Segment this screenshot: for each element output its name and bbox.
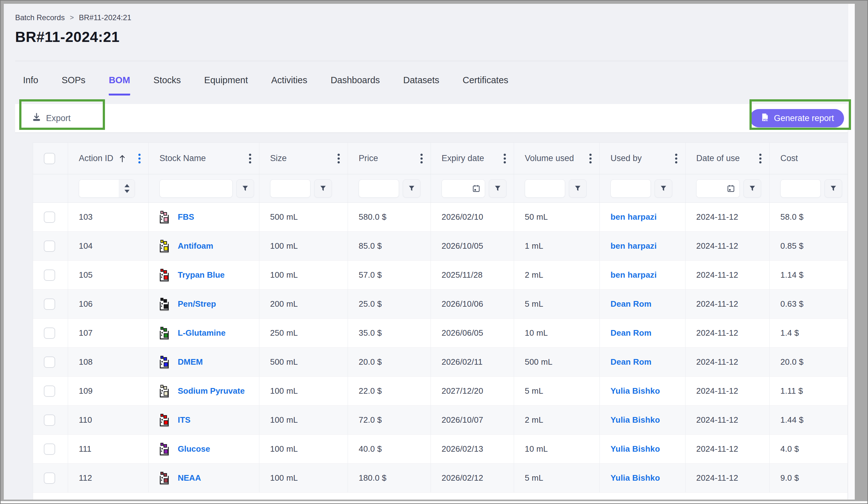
used-by-link[interactable]: ben harpazi [610,270,657,280]
column-menu-icon-action-id[interactable] [138,153,141,164]
used-by-link[interactable]: Dean Rom [610,299,651,309]
filter-input-expiry-date[interactable] [442,180,468,197]
row-checkbox[interactable] [44,414,55,426]
calendar-icon[interactable] [722,180,740,197]
filter-funnel-button-expiry-date[interactable] [489,179,506,198]
cell-stock-name: Glucose [149,435,259,463]
filter-funnel-button-price[interactable] [403,179,421,198]
row-checkbox[interactable] [44,240,55,252]
stock-name-link[interactable]: L-Glutamine [178,328,226,338]
vertical-scrollbar[interactable] [848,4,855,500]
row-checkbox[interactable] [44,298,55,310]
column-menu-icon-expiry-date[interactable] [503,153,506,164]
filter-cell-price [348,174,431,202]
used-by-link[interactable]: ben harpazi [610,241,657,251]
tab-info[interactable]: Info [23,75,38,95]
used-by-link[interactable]: Yulia Bishko [610,415,660,425]
filter-input-action-id[interactable] [79,180,119,197]
cell-volume-used: 5 mL [514,377,600,405]
tab-stocks[interactable]: Stocks [154,75,181,95]
used-by-link[interactable]: Yulia Bishko [610,473,660,483]
column-menu-icon-date-of-use[interactable] [759,153,762,164]
cell-cost: 1.4 $ [770,319,848,347]
column-header-stock-name[interactable]: Stock Name [149,143,259,174]
filter-input-used-by[interactable] [610,179,651,198]
column-menu-icon-volume-used[interactable] [589,153,592,164]
cell-date-of-use: 2024-11-12 [685,232,770,260]
used-by-link[interactable]: Dean Rom [610,357,651,367]
cell-action-id: 107 [68,319,149,347]
row-checkbox[interactable] [44,473,55,484]
row-checkbox[interactable] [44,385,55,397]
bom-table: Action IDStock NameSizePriceExpiry dateV… [33,143,848,500]
filter-funnel-button-size[interactable] [314,179,332,198]
filter-input-stock-name[interactable] [159,179,232,198]
tab-certificates[interactable]: Certificates [463,75,508,95]
stock-name-link[interactable]: FBS [178,212,194,222]
column-menu-icon-stock-name[interactable] [249,153,251,164]
filter-funnel-button-cost[interactable] [825,179,842,198]
row-checkbox[interactable] [44,269,55,281]
stock-name-link[interactable]: Pen/Strep [178,299,216,309]
column-header-volume-used[interactable]: Volume used [514,143,600,174]
filter-input-size[interactable] [270,179,310,198]
cell-action-id: 108 [68,348,149,376]
tab-equipment[interactable]: Equipment [204,75,248,95]
number-stepper[interactable] [119,180,135,197]
used-by-link[interactable]: Dean Rom [610,328,651,338]
stepper-up-icon[interactable] [124,184,130,187]
column-header-action-id[interactable]: Action ID [68,143,149,174]
sort-ascending-icon[interactable] [118,154,126,163]
used-by-link[interactable]: Yulia Bishko [610,444,660,454]
stock-name-link[interactable]: Sodium Pyruvate [178,386,245,396]
cell-volume-used: 2 mL [514,406,600,434]
row-checkbox[interactable] [44,443,55,455]
stock-name-link[interactable]: ITS [178,415,190,425]
stock-name-link[interactable]: DMEM [178,357,203,367]
column-header-cost[interactable]: Cost [770,143,848,174]
column-menu-icon-price[interactable] [420,153,423,164]
stock-name-link[interactable]: Antifoam [178,241,213,251]
filter-funnel-button-volume-used[interactable] [569,179,587,198]
tab-dashboards[interactable]: Dashboards [331,75,380,95]
cell-volume-used: 50 mL [514,203,600,232]
used-by-link[interactable]: Yulia Bishko [610,386,660,396]
stock-name-link[interactable]: Trypan Blue [178,270,225,280]
filter-funnel-button-used-by[interactable] [655,179,672,198]
stock-name-link[interactable]: Glucose [178,444,210,454]
tab-activities[interactable]: Activities [271,75,307,95]
column-header-used-by[interactable]: Used by [600,143,685,174]
calendar-icon[interactable] [468,180,485,197]
stepper-down-icon[interactable] [124,190,130,193]
cell-date-of-use: 2024-11-12 [685,290,770,318]
filter-input-volume-used[interactable] [525,179,565,198]
row-checkbox[interactable] [44,357,55,368]
cell-volume-used: 5 mL [514,290,600,318]
filter-input-date-of-use[interactable] [696,180,722,197]
filter-funnel-button-date-of-use[interactable] [744,179,761,198]
tab-datasets[interactable]: Datasets [403,75,439,95]
column-header-expiry-date[interactable]: Expiry date [431,143,514,174]
filter-input-cost[interactable] [781,179,821,198]
cell-size: 100 mL [259,232,348,260]
row-checkbox[interactable] [44,212,55,223]
used-by-link[interactable]: ben harpazi [610,212,657,222]
row-checkbox[interactable] [44,328,55,339]
row-select-cell [33,203,68,232]
column-menu-icon-size[interactable] [337,153,340,164]
generate-report-button[interactable]: PDF Generate report [750,109,844,127]
select-all-checkbox[interactable] [44,153,55,164]
column-header-size[interactable]: Size [259,143,348,174]
stock-name-link[interactable]: NEAA [178,473,201,483]
column-header-price[interactable]: Price [348,143,431,174]
export-button[interactable]: Export [32,112,71,124]
tab-sops[interactable]: SOPs [61,75,85,95]
filter-input-price[interactable] [359,179,399,198]
tab-bom[interactable]: BOM [109,75,130,95]
breadcrumb-batch-records[interactable]: Batch Records [15,13,65,22]
column-menu-icon-used-by[interactable] [675,153,678,164]
filter-funnel-button-stock-name[interactable] [236,179,254,198]
table-header-row: Action IDStock NameSizePriceExpiry dateV… [33,143,848,174]
column-header-date-of-use[interactable]: Date of use [685,143,770,174]
cell-stock-name: DMEM [149,348,259,376]
